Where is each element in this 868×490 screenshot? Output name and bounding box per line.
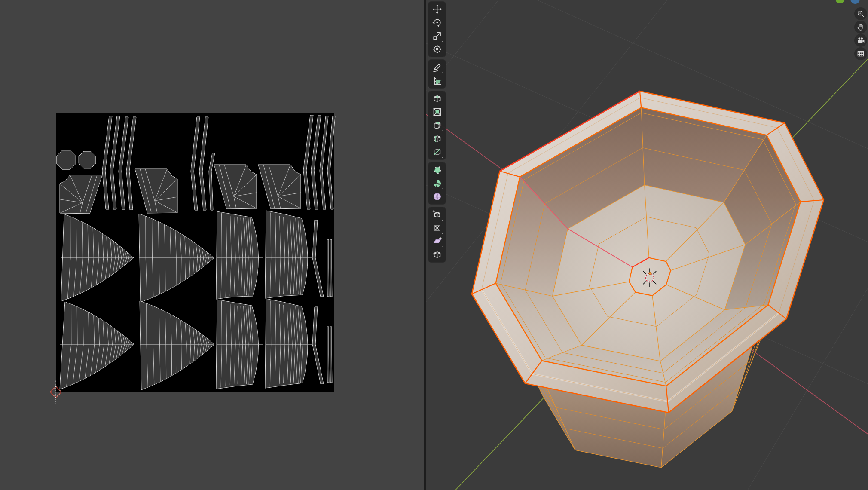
tool-measure[interactable] bbox=[430, 74, 444, 87]
tool-transform[interactable] bbox=[430, 43, 444, 56]
tool-shear[interactable] bbox=[430, 235, 444, 248]
uv-canvas[interactable] bbox=[0, 0, 424, 490]
nav-ortho-button[interactable] bbox=[854, 47, 867, 60]
loop-cut-icon bbox=[432, 134, 442, 144]
tool-options-marker bbox=[442, 71, 443, 73]
tool-smooth[interactable] bbox=[430, 190, 444, 203]
toolbar-group-2 bbox=[428, 91, 446, 159]
toolbar-group-0 bbox=[428, 2, 446, 57]
inset-faces-icon bbox=[432, 107, 442, 117]
tool-options-marker bbox=[442, 259, 443, 260]
tool-shrink-fatten[interactable] bbox=[430, 221, 444, 235]
nav-pan-button[interactable] bbox=[854, 21, 867, 34]
tool-annotate[interactable] bbox=[430, 61, 444, 74]
ortho-icon bbox=[856, 49, 865, 58]
tool-bevel[interactable] bbox=[430, 119, 444, 132]
scale-icon bbox=[432, 31, 442, 41]
measure-icon bbox=[432, 76, 442, 86]
tool-options-marker bbox=[442, 201, 443, 202]
shrink-fatten-icon bbox=[432, 223, 442, 233]
tool-edge-slide[interactable] bbox=[430, 208, 444, 221]
tool-options-marker bbox=[442, 187, 443, 189]
zoom-icon bbox=[856, 9, 865, 18]
toolbar bbox=[428, 2, 446, 262]
tool-scale[interactable] bbox=[430, 29, 444, 43]
annotate-icon bbox=[432, 62, 442, 72]
tool-options-marker bbox=[442, 103, 443, 104]
extrude-region-icon bbox=[432, 94, 442, 104]
tool-options-marker bbox=[442, 219, 443, 220]
poly-build-icon bbox=[432, 165, 442, 175]
toolbar-group-1 bbox=[428, 60, 446, 88]
tool-options-marker bbox=[442, 40, 443, 42]
tool-rip-region[interactable] bbox=[430, 248, 444, 261]
tool-knife[interactable] bbox=[430, 145, 444, 159]
bevel-icon bbox=[432, 120, 442, 130]
tool-options-marker bbox=[442, 232, 443, 234]
smooth-icon bbox=[432, 192, 442, 202]
shear-icon bbox=[432, 236, 442, 246]
tool-options-marker bbox=[442, 245, 443, 247]
viewport-canvas[interactable] bbox=[426, 0, 868, 490]
tool-options-marker bbox=[442, 143, 443, 144]
spin-icon bbox=[432, 178, 442, 188]
tool-spin[interactable] bbox=[430, 177, 444, 190]
tool-inset-faces[interactable] bbox=[430, 105, 444, 119]
camera-icon bbox=[856, 36, 865, 45]
transform-icon bbox=[432, 44, 442, 54]
object-origin-dot[interactable] bbox=[649, 272, 651, 275]
rotate-icon bbox=[432, 18, 442, 28]
uv-editor-panel[interactable] bbox=[0, 0, 424, 490]
nav-zoom-button[interactable] bbox=[854, 7, 867, 20]
tool-poly-build[interactable] bbox=[430, 163, 444, 177]
tool-loop-cut[interactable] bbox=[430, 132, 444, 145]
nav-camera-button[interactable] bbox=[854, 34, 867, 47]
move-icon bbox=[432, 4, 442, 14]
toolbar-group-3 bbox=[428, 162, 446, 204]
tool-extrude-region[interactable] bbox=[430, 92, 444, 105]
blender-window bbox=[0, 0, 868, 490]
tool-options-marker bbox=[442, 156, 443, 158]
pan-icon bbox=[856, 23, 865, 31]
viewport-3d-panel[interactable] bbox=[426, 0, 868, 490]
tool-options-marker bbox=[442, 129, 443, 131]
edge-slide-icon bbox=[432, 210, 442, 220]
knife-icon bbox=[432, 147, 442, 157]
toolbar-group-4 bbox=[428, 207, 446, 262]
tool-rotate[interactable] bbox=[430, 16, 444, 29]
viewport-nav-controls bbox=[854, 7, 867, 60]
rip-region-icon bbox=[432, 250, 442, 260]
tool-move[interactable] bbox=[430, 3, 444, 16]
